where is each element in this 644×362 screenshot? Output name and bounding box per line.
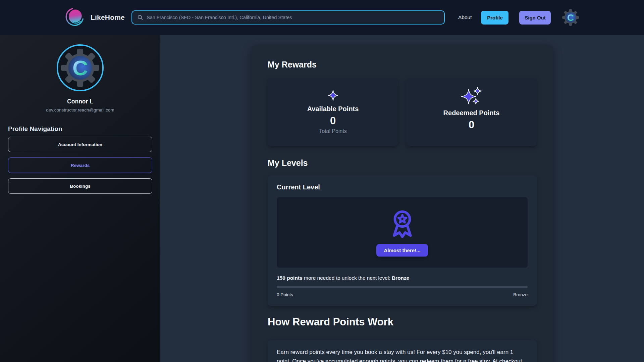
reward-cards-row: Available Points 0 Total Points Redeemed… (268, 78, 537, 146)
reward-card-subtitle: Total Points (319, 128, 347, 134)
available-points-card: Available Points 0 Total Points (268, 78, 398, 146)
sidebar-item-account-information[interactable]: Account Information (8, 137, 152, 152)
top-navigation-bar: LikeHome About Profile Sign Out (0, 0, 644, 35)
nav-link-about[interactable]: About (458, 14, 472, 20)
my-rewards-heading: My Rewards (268, 60, 537, 70)
sparkle-icon (328, 90, 338, 101)
main-content: My Rewards Available Points 0 Total Poin… (160, 35, 644, 362)
level-progress-bar (277, 286, 528, 288)
profile-avatar (57, 44, 104, 91)
profile-sidebar: Connor L dev.constructor.reach@gmail.com… (0, 35, 160, 362)
progress-labels-row: 0 Points Bronze (277, 292, 528, 297)
sparkles-icon (461, 86, 483, 105)
search-icon (137, 14, 144, 21)
medal-icon (386, 208, 418, 240)
sidebar-item-bookings[interactable]: Bookings (8, 178, 152, 194)
next-level-name: Bronze (392, 275, 410, 281)
sign-out-button[interactable]: Sign Out (519, 11, 551, 25)
search-input[interactable] (147, 15, 439, 20)
current-level-title: Current Level (277, 183, 528, 191)
sidebar-item-rewards[interactable]: Rewards (8, 157, 152, 173)
brand-title: LikeHome (91, 13, 125, 21)
likehome-logo-icon (64, 8, 84, 27)
reward-card-title: Redeemed Points (443, 109, 500, 117)
reward-card-title: Available Points (307, 105, 359, 113)
redeemed-points-value: 0 (469, 119, 474, 131)
user-name: Connor L (67, 98, 93, 105)
user-avatar-icon[interactable]: C (562, 9, 579, 26)
progress-end-label: Bronze (513, 292, 528, 297)
my-levels-heading: My Levels (268, 158, 537, 168)
sidebar-nav-title: Profile Navigation (8, 125, 62, 133)
available-points-value: 0 (330, 115, 336, 127)
level-badge-box: Almost there!... (277, 197, 528, 268)
level-progress-text: 150 points more needed to unlock the nex… (277, 275, 528, 281)
points-needed: 150 points (277, 275, 303, 281)
user-email: dev.constructor.reach@gmail.com (46, 107, 114, 112)
profile-button[interactable]: Profile (481, 11, 508, 25)
progress-start-label: 0 Points (277, 292, 293, 297)
current-level-card: Current Level Almost there!... 150 point… (268, 175, 537, 306)
almost-there-button[interactable]: Almost there!... (376, 244, 428, 257)
rewards-panel: My Rewards Available Points 0 Total Poin… (252, 45, 553, 362)
how-points-work-heading: How Reward Points Work (268, 316, 537, 328)
redeemed-points-card: Redeemed Points 0 (406, 78, 537, 146)
how-points-work-card: Earn reward points every time you book a… (268, 340, 537, 362)
how-points-work-body: Earn reward points every time you book a… (277, 348, 528, 362)
destination-search-bar[interactable] (131, 10, 445, 25)
